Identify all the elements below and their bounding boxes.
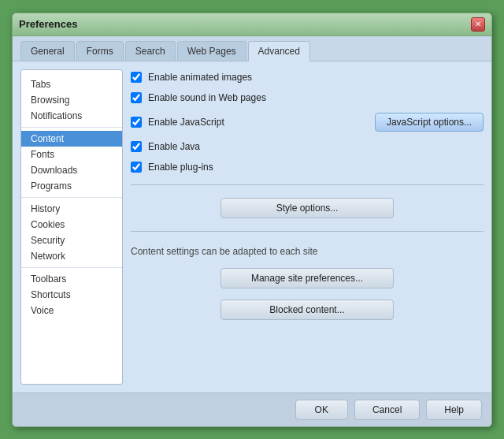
checkbox-animated-images[interactable]: [131, 72, 142, 83]
cancel-button[interactable]: Cancel: [354, 400, 420, 420]
separator-2: [131, 231, 484, 232]
tabs-bar: General Forms Search Web Pages Advanced: [13, 36, 491, 61]
tab-webpages[interactable]: Web Pages: [177, 41, 246, 61]
sidebar-item-network[interactable]: Network: [21, 248, 122, 264]
label-java: Enable Java: [148, 141, 200, 152]
checkbox-row-animated: Enable animated images: [131, 69, 484, 85]
sidebar-item-tabs[interactable]: Tabs: [21, 76, 122, 92]
separator-1: [131, 184, 484, 185]
tab-general[interactable]: General: [20, 41, 75, 61]
checkbox-row-plugins: Enable plug-ins: [131, 159, 484, 175]
help-button[interactable]: Help: [426, 400, 482, 420]
tab-advanced[interactable]: Advanced: [248, 41, 310, 61]
checkbox-plugins[interactable]: [131, 162, 142, 173]
sidebar-item-history[interactable]: History: [21, 201, 122, 217]
sidebar-item-downloads[interactable]: Downloads: [21, 162, 122, 178]
preferences-window: Preferences ✕ General Forms Search Web P…: [12, 13, 492, 427]
javascript-options-button[interactable]: JavaScript options...: [375, 113, 484, 132]
sidebar-group-content: Content Fonts Downloads Programs: [21, 128, 122, 198]
label-sound: Enable sound in Web pages: [148, 92, 266, 103]
checkbox-row-sound: Enable sound in Web pages: [131, 90, 484, 106]
checkbox-row-javascript: Enable JavaScript JavaScript options...: [131, 110, 484, 134]
manage-site-button[interactable]: Manage site preferences...: [220, 268, 394, 288]
title-bar: Preferences ✕: [13, 13, 491, 36]
style-options-container: Style options...: [131, 198, 484, 218]
main-panel: Enable animated images Enable sound in W…: [131, 69, 484, 385]
content-settings-text: Content settings can be adapted to each …: [131, 246, 484, 257]
label-plugins: Enable plug-ins: [148, 162, 213, 173]
close-button[interactable]: ✕: [471, 17, 485, 32]
ok-button[interactable]: OK: [295, 400, 348, 420]
blocked-content-button[interactable]: Blocked content...: [220, 299, 394, 320]
label-animated-images: Enable animated images: [148, 72, 252, 83]
sidebar-item-voice[interactable]: Voice: [21, 303, 122, 318]
sidebar-group-browsing: Tabs Browsing Notifications: [21, 73, 122, 128]
sidebar-item-programs[interactable]: Programs: [21, 178, 122, 194]
checkbox-java[interactable]: [131, 141, 142, 152]
sidebar-item-notifications[interactable]: Notifications: [21, 108, 122, 124]
sidebar-item-fonts[interactable]: Fonts: [21, 147, 122, 162]
sidebar-item-toolbars[interactable]: Toolbars: [21, 271, 122, 287]
sidebar-group-toolbars: Toolbars Shortcuts Voice: [21, 268, 122, 322]
window-title: Preferences: [19, 18, 77, 30]
bottom-bar: OK Cancel Help: [13, 392, 491, 426]
sidebar-item-content[interactable]: Content: [21, 131, 122, 147]
label-javascript: Enable JavaScript: [148, 117, 224, 128]
checkbox-javascript[interactable]: [131, 117, 142, 128]
manage-site-container: Manage site preferences...: [131, 268, 484, 288]
checkbox-row-java: Enable Java: [131, 139, 484, 154]
sidebar-item-security[interactable]: Security: [21, 233, 122, 248]
sidebar-item-shortcuts[interactable]: Shortcuts: [21, 287, 122, 303]
sidebar-item-browsing[interactable]: Browsing: [21, 92, 122, 108]
style-options-button[interactable]: Style options...: [220, 198, 394, 218]
sidebar: Tabs Browsing Notifications Content Font…: [20, 69, 123, 385]
content-area: Tabs Browsing Notifications Content Font…: [13, 61, 491, 392]
checkbox-sound[interactable]: [131, 92, 142, 103]
tab-search[interactable]: Search: [125, 41, 176, 61]
blocked-content-container: Blocked content...: [131, 299, 484, 320]
sidebar-item-cookies[interactable]: Cookies: [21, 217, 122, 233]
sidebar-group-history: History Cookies Security Network: [21, 198, 122, 268]
tab-forms[interactable]: Forms: [76, 41, 124, 61]
